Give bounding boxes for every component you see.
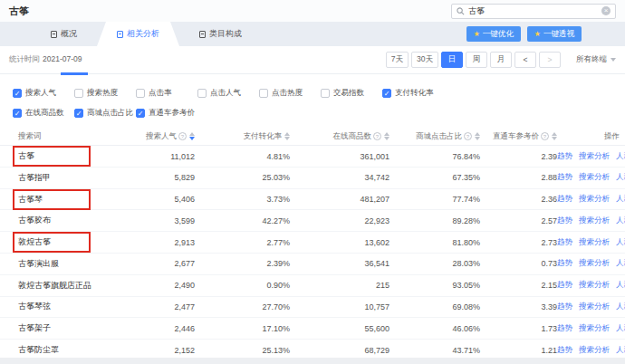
checkbox-icon: ✓ bbox=[136, 89, 145, 98]
metric-checkbox-ztc-reference-price[interactable]: ✓ 直通车参考价 bbox=[136, 108, 197, 119]
trend-link[interactable]: 趋势 bbox=[557, 302, 572, 312]
search-analysis-link[interactable]: 搜索分析 bbox=[579, 280, 610, 291]
metric-checkbox-click-popularity[interactable]: ✓ 点击人气 bbox=[197, 88, 259, 99]
tab-related-analysis[interactable]: 相关分析 bbox=[97, 22, 179, 46]
search-analysis-link[interactable]: 搜索分析 bbox=[579, 172, 610, 183]
column-header-payment-conversion-rate: 支付转化率 bbox=[195, 131, 290, 142]
row-actions: 趋势搜索分析人群分析 bbox=[557, 172, 625, 183]
search-word-cell: 古筝防尘罩 bbox=[0, 344, 127, 356]
crowd-analysis-link[interactable]: 人群分析 bbox=[616, 172, 625, 183]
next-period-button[interactable]: > bbox=[539, 52, 561, 68]
crowd-analysis-link[interactable]: 人群分析 bbox=[616, 302, 625, 312]
checkbox-icon: ✓ bbox=[13, 89, 22, 98]
cell-ztc-reference-price: 2.15 bbox=[480, 281, 557, 290]
table-row: 古筝琴弦 2,47727.70%10,75769.08%3.39趋势搜索分析人群… bbox=[0, 297, 625, 319]
cell-ztc-reference-price: 3.39 bbox=[480, 302, 557, 311]
trend-link[interactable]: 趋势 bbox=[557, 151, 572, 162]
row-actions: 趋势搜索分析人群分析 bbox=[557, 323, 625, 334]
tab-category-composition[interactable]: 类目构成 bbox=[179, 22, 262, 46]
terminal-filter-label: 所有终端 bbox=[576, 54, 607, 65]
info-icon[interactable]: ? bbox=[541, 132, 549, 140]
range-week-button[interactable]: 周 bbox=[466, 52, 487, 68]
cell-search-popularity: 2,152 bbox=[127, 346, 195, 355]
cell-payment-conversion-rate: 2.77% bbox=[195, 238, 290, 247]
cell-online-products: 55,600 bbox=[290, 324, 389, 333]
info-icon[interactable]: ? bbox=[373, 132, 381, 140]
metric-checkbox-click-heat[interactable]: ✓ 点击热度 bbox=[259, 88, 321, 99]
cell-search-popularity: 11,012 bbox=[127, 152, 195, 161]
trend-link[interactable]: 趋势 bbox=[557, 237, 572, 248]
cell-search-popularity: 3,599 bbox=[127, 216, 195, 225]
one-key-optimize-button[interactable]: ★ 一键优化 bbox=[466, 26, 521, 42]
trend-link[interactable]: 趋势 bbox=[557, 345, 572, 356]
cell-online-products: 22,923 bbox=[290, 216, 389, 225]
crowd-analysis-link[interactable]: 人群分析 bbox=[616, 323, 625, 334]
crowd-analysis-link[interactable]: 人群分析 bbox=[616, 216, 625, 226]
metric-checkbox-mall-click-ratio[interactable]: ✓ 商城点击占比 bbox=[74, 108, 136, 119]
checkbox-icon: ✓ bbox=[136, 109, 145, 118]
range-7-days-button[interactable]: 7天 bbox=[386, 52, 409, 68]
prev-period-button[interactable]: < bbox=[514, 52, 536, 68]
cell-online-products: 36,541 bbox=[290, 259, 389, 268]
trend-link[interactable]: 趋势 bbox=[557, 280, 572, 291]
crowd-analysis-link[interactable]: 人群分析 bbox=[616, 258, 625, 269]
search-analysis-link[interactable]: 搜索分析 bbox=[579, 194, 610, 205]
crowd-analysis-link[interactable]: 人群分析 bbox=[616, 280, 625, 291]
search-analysis-link[interactable]: 搜索分析 bbox=[579, 258, 610, 269]
range-month-button[interactable]: 月 bbox=[490, 52, 512, 68]
info-icon[interactable]: ? bbox=[464, 132, 472, 140]
cell-ztc-reference-price: 2.57 bbox=[480, 216, 557, 225]
search-input[interactable] bbox=[468, 6, 598, 15]
range-30-days-button[interactable]: 30天 bbox=[411, 52, 438, 68]
trend-link[interactable]: 趋势 bbox=[557, 216, 572, 226]
trend-link[interactable]: 趋势 bbox=[557, 172, 572, 183]
search-analysis-link[interactable]: 搜索分析 bbox=[579, 345, 610, 356]
horizontal-scrollbar[interactable] bbox=[0, 358, 625, 364]
row-actions: 趋势搜索分析人群分析 bbox=[557, 258, 625, 269]
red-annotation-box: 古筝琴 bbox=[13, 189, 91, 210]
metric-checkbox-payment-conversion-rate[interactable]: ✓ 支付转化率 bbox=[382, 88, 444, 99]
crowd-analysis-link[interactable]: 人群分析 bbox=[616, 194, 625, 205]
range-day-button[interactable]: 日 bbox=[441, 52, 463, 68]
terminal-filter-dropdown[interactable]: 所有终端 bbox=[576, 54, 616, 65]
checkbox-icon: ✓ bbox=[74, 89, 83, 98]
tab-overview[interactable]: 概况 bbox=[31, 22, 97, 46]
trend-link[interactable]: 趋势 bbox=[557, 258, 572, 269]
search-analysis-link[interactable]: 搜索分析 bbox=[579, 151, 610, 162]
row-actions: 趋势搜索分析人群分析 bbox=[557, 151, 625, 162]
crowd-analysis-link[interactable]: 人群分析 bbox=[616, 151, 625, 162]
trend-link[interactable]: 趋势 bbox=[557, 194, 572, 205]
document-icon bbox=[199, 31, 206, 38]
info-icon[interactable]: ? bbox=[178, 132, 187, 140]
cell-payment-conversion-rate: 2.39% bbox=[195, 259, 290, 268]
metric-checkbox-online-products[interactable]: ✓ 在线商品数 bbox=[13, 108, 74, 119]
search-word-cell: 敦煌古筝 bbox=[0, 232, 127, 253]
document-icon bbox=[117, 31, 123, 38]
table-row: 古筝琴 5,4063.73%481,20777.74%2.36趋势搜索分析人群分… bbox=[0, 189, 625, 211]
keyword-search-box[interactable]: × bbox=[451, 4, 616, 19]
metric-checkbox-click-rate[interactable]: ✓ 点击率 bbox=[136, 88, 197, 99]
one-key-perspective-button[interactable]: ★ 一键透视 bbox=[527, 26, 582, 42]
search-analysis-link[interactable]: 搜索分析 bbox=[579, 216, 610, 226]
metric-checkbox-transaction-index[interactable]: ✓ 交易指数 bbox=[321, 88, 382, 99]
trend-link[interactable]: 趋势 bbox=[557, 323, 572, 334]
metric-checkbox-search-heat[interactable]: ✓ 搜索热度 bbox=[74, 88, 136, 99]
cell-mall-click-ratio: 77.74% bbox=[389, 195, 480, 204]
clear-search-icon[interactable]: × bbox=[601, 6, 611, 15]
stats-toolbar: 统计时间2021-07-09 7天30天日周月 < > 所有终端 bbox=[0, 46, 625, 74]
cell-payment-conversion-rate: 25.13% bbox=[195, 346, 290, 355]
metric-checkbox-search-popularity[interactable]: ✓ 搜索人气 bbox=[13, 88, 74, 99]
row-actions: 趋势搜索分析人群分析 bbox=[557, 345, 625, 356]
search-word-cell: 古筝 bbox=[0, 146, 127, 167]
search-analysis-link[interactable]: 搜索分析 bbox=[579, 302, 610, 312]
table-body: 古筝 11,0124.81%361,00176.84%2.39趋势搜索分析人群分… bbox=[0, 146, 625, 361]
cell-mall-click-ratio: 69.08% bbox=[389, 302, 480, 311]
search-analysis-link[interactable]: 搜索分析 bbox=[579, 237, 610, 248]
search-analysis-link[interactable]: 搜索分析 bbox=[579, 323, 610, 334]
cell-mall-click-ratio: 76.84% bbox=[389, 152, 480, 161]
crowd-analysis-link[interactable]: 人群分析 bbox=[616, 345, 625, 356]
checkbox-icon: ✓ bbox=[259, 89, 268, 98]
cell-ztc-reference-price: 2.73 bbox=[480, 238, 557, 247]
column-header-ztc-reference-price: 直通车参考价 ? bbox=[480, 131, 557, 142]
crowd-analysis-link[interactable]: 人群分析 bbox=[616, 237, 625, 248]
